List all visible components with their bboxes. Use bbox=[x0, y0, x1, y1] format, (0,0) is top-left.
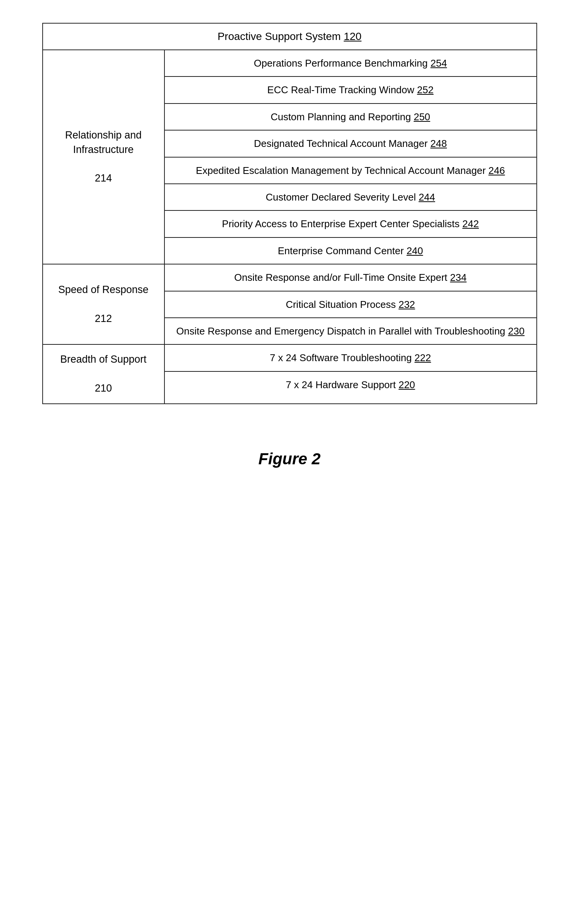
top-header: Proactive Support System 120 bbox=[42, 23, 537, 50]
figure-caption: Figure 2 bbox=[258, 450, 321, 468]
category-breadth-label: Breadth of Support bbox=[60, 353, 147, 367]
item-220: 7 x 24 Hardware Support 220 bbox=[165, 372, 536, 398]
category-speed-num: 212 bbox=[95, 312, 112, 326]
section-relationship: Relationship andInfrastructure 214 Opera… bbox=[43, 50, 536, 264]
category-breadth-num: 210 bbox=[95, 381, 112, 396]
category-breadth: Breadth of Support 210 bbox=[43, 345, 165, 403]
category-speed: Speed of Response 212 bbox=[43, 264, 165, 344]
item-248: Designated Technical Account Manager 248 bbox=[165, 131, 536, 157]
item-230: Onsite Response and Emergency Dispatch i… bbox=[165, 318, 536, 344]
top-header-label: Proactive Support System 120 bbox=[218, 31, 361, 42]
section-breadth: Breadth of Support 210 7 x 24 Software T… bbox=[43, 344, 536, 403]
items-breadth: 7 x 24 Software Troubleshooting 222 7 x … bbox=[165, 345, 536, 403]
item-222: 7 x 24 Software Troubleshooting 222 bbox=[165, 345, 536, 371]
items-speed: Onsite Response and/or Full-Time Onsite … bbox=[165, 264, 536, 344]
item-242: Priority Access to Enterprise Expert Cen… bbox=[165, 211, 536, 237]
item-232: Critical Situation Process 232 bbox=[165, 292, 536, 318]
item-234: Onsite Response and/or Full-Time Onsite … bbox=[165, 264, 536, 291]
section-speed: Speed of Response 212 Onsite Response an… bbox=[43, 264, 536, 344]
item-254: Operations Performance Benchmarking 254 bbox=[165, 50, 536, 77]
diagram-container: Proactive Support System 120 Relationshi… bbox=[42, 23, 537, 404]
category-relationship: Relationship andInfrastructure 214 bbox=[43, 50, 165, 264]
item-244: Customer Declared Severity Level 244 bbox=[165, 184, 536, 211]
category-relationship-num: 214 bbox=[95, 171, 112, 186]
items-relationship: Operations Performance Benchmarking 254 … bbox=[165, 50, 536, 264]
category-speed-label: Speed of Response bbox=[58, 283, 149, 297]
item-250: Custom Planning and Reporting 250 bbox=[165, 104, 536, 131]
main-sections: Relationship andInfrastructure 214 Opera… bbox=[42, 50, 537, 404]
item-246: Expedited Escalation Management by Techn… bbox=[165, 158, 536, 184]
category-relationship-label: Relationship andInfrastructure bbox=[65, 128, 142, 157]
item-252: ECC Real-Time Tracking Window 252 bbox=[165, 77, 536, 103]
item-240: Enterprise Command Center 240 bbox=[165, 238, 536, 264]
top-header-num: 120 bbox=[344, 31, 361, 42]
